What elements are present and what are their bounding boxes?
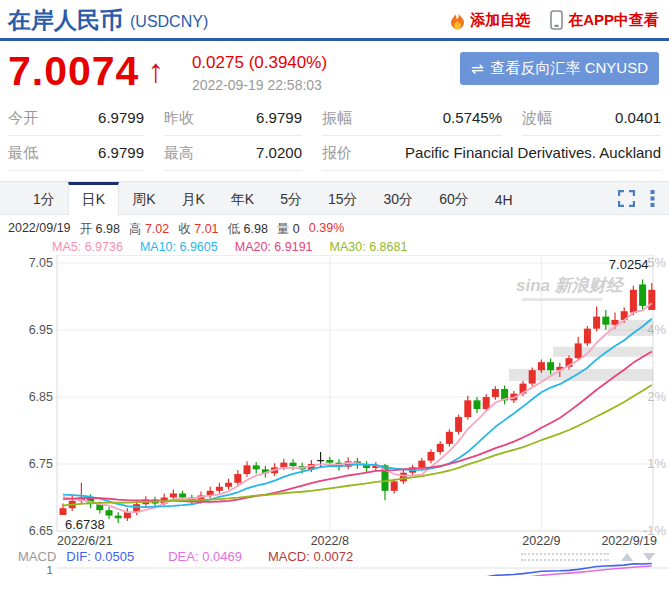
candlestick-chart[interactable]: sina 新浪财经7.055%6.954%6.852%6.751%6.65-1%… [0, 255, 669, 576]
stat-value: 0.5745% [443, 109, 502, 126]
quote-block: 7.0074 ↑ 0.0275 (0.3940%) 2022-09-19 22:… [0, 41, 669, 95]
ohlc-pair: 收 7.01 [178, 221, 218, 238]
stat-cell-1-2: 报价Pacific Financial Derivatives. Aucklan… [322, 136, 661, 171]
candle [290, 463, 297, 466]
change-block: 0.0275 (0.3940%) 2022-09-19 22:58:03 [192, 53, 327, 93]
svg-text:2022/6/21: 2022/6/21 [57, 534, 113, 548]
tab-15分[interactable]: 15分 [315, 182, 371, 214]
tab-1分[interactable]: 1分 [20, 182, 68, 214]
svg-text:2022/8: 2022/8 [311, 534, 349, 548]
candle [547, 362, 554, 370]
stats-row: 最低6.9799最高7.0200报价Pacific Financial Deri… [8, 136, 661, 171]
flame-icon [449, 11, 466, 30]
macd-title[interactable]: MACD [18, 549, 56, 564]
reverse-rate-button[interactable]: ⇌ 查看反向汇率 CNYUSD [460, 52, 659, 85]
candle [225, 483, 232, 487]
svg-text:4%: 4% [647, 322, 666, 337]
tab-30分[interactable]: 30分 [371, 182, 427, 214]
ohlc-pair: 开 6.98 [80, 221, 120, 238]
svg-text:6.85: 6.85 [29, 390, 53, 404]
ohlc-info-line: 2022/09/19开 6.98高 7.02收 7.01低 6.98量 00.3… [0, 215, 669, 238]
tab-4H[interactable]: 4H [482, 182, 526, 214]
period-tabbar: 1分日K周K月K年K5分15分30分60分4H [0, 181, 669, 215]
ma30-line [63, 385, 652, 506]
candle [593, 317, 600, 329]
ohlc-label: 低 [228, 222, 244, 236]
ohlc-label: 收 [178, 222, 194, 236]
candle [446, 432, 453, 444]
candle [575, 343, 582, 358]
stat-label: 今开 [8, 109, 38, 128]
candle [418, 461, 425, 468]
ohlc-label: 开 [80, 222, 96, 236]
ohlc-pair: 量 0 [277, 221, 300, 238]
stat-label: 昨收 [164, 109, 194, 128]
svg-text:6.65: 6.65 [29, 524, 53, 538]
quote-timestamp: 2022-09-19 22:58:03 [192, 77, 327, 93]
tab-周K[interactable]: 周K [119, 182, 168, 214]
candle [437, 444, 444, 452]
more-menu-icon[interactable] [650, 190, 655, 207]
stat-cell-0-2: 振幅0.5745% [322, 101, 502, 136]
view-in-app-button[interactable]: 在APP中查看 [550, 10, 659, 30]
svg-text:7.05: 7.05 [29, 256, 53, 270]
reverse-rate-label: 查看反向汇率 CNYUSD [490, 59, 648, 78]
ohlc-date: 2022/09/19 [8, 221, 71, 238]
stat-value: 7.0200 [256, 144, 302, 161]
candle [630, 290, 637, 313]
svg-text:6.75: 6.75 [29, 457, 53, 471]
tab-60分[interactable]: 60分 [426, 182, 482, 214]
candle [216, 487, 223, 491]
scroll-drag-strip[interactable] [521, 553, 609, 561]
page-title: 在岸人民币 [8, 7, 123, 35]
stat-label: 波幅 [522, 109, 552, 128]
candle [584, 329, 591, 344]
chart-section: 2022/09/19开 6.98高 7.02收 7.01低 6.98量 00.3… [0, 215, 669, 576]
stat-cell-1-0: 最低6.9799 [8, 136, 144, 171]
page-header: 在岸人民币 (USDCNY) 添加自选 在APP中查看 [0, 0, 669, 38]
ohlc-value: 6.98 [244, 222, 268, 236]
svg-text:7.0254: 7.0254 [609, 257, 649, 272]
candle [538, 362, 545, 370]
scroll-up-arrow-icon[interactable] [621, 553, 633, 561]
stat-cell-0-0: 今开6.9799 [8, 101, 144, 136]
macd-indicator-row: MACD DIF: 0.0505 DEA: 0.0469 MACD: 0.007… [0, 549, 669, 564]
ohlc-pair: 低 6.98 [228, 221, 268, 238]
fullscreen-icon[interactable] [618, 190, 635, 207]
add-watchlist-button[interactable]: 添加自选 [449, 11, 530, 30]
candlestick-layer [60, 279, 656, 522]
ohlc-value: 6.98 [96, 222, 120, 236]
ohlc-pair: 高 7.02 [129, 221, 169, 238]
tab-日K[interactable]: 日K [68, 182, 119, 215]
ohlc-value: 7.01 [194, 222, 218, 236]
symbol-code: (USDCNY) [130, 13, 208, 31]
stat-value: Pacific Financial Derivatives. Auckland [405, 144, 661, 161]
stat-cell-0-3: 波幅0.0401 [522, 101, 661, 136]
chart-toolbar-icons [618, 182, 669, 214]
ohlc-label: 量 [277, 222, 293, 236]
dea-value: DEA: 0.0469 [168, 549, 242, 564]
stat-value: 6.9799 [98, 109, 144, 126]
view-in-app-label: 在APP中查看 [568, 11, 659, 30]
macd-value: MACD: 0.0072 [268, 549, 353, 564]
candle [391, 481, 398, 490]
ohlc-change-pct: 0.39% [309, 221, 344, 238]
stat-label: 最高 [164, 144, 194, 163]
scroll-down-arrow-icon[interactable] [643, 553, 655, 561]
svg-text:sina 新浪财经: sina 新浪财经 [516, 276, 625, 295]
svg-text:1%: 1% [647, 456, 666, 471]
svg-text:5%: 5% [647, 255, 666, 270]
svg-text:2022/9/19: 2022/9/19 [601, 534, 657, 548]
dif-value: DIF: 0.0505 [66, 549, 134, 564]
candle [280, 463, 287, 468]
tab-5分[interactable]: 5分 [267, 182, 315, 214]
candle [60, 508, 67, 515]
tab-月K[interactable]: 月K [168, 182, 217, 214]
stat-value: 6.9799 [98, 144, 144, 161]
candle [639, 284, 646, 305]
candle [179, 493, 186, 497]
ma-value: MA30: 6.8681 [330, 240, 408, 254]
tab-年K[interactable]: 年K [218, 182, 267, 214]
candle [115, 516, 122, 519]
stat-value: 6.9799 [256, 109, 302, 126]
